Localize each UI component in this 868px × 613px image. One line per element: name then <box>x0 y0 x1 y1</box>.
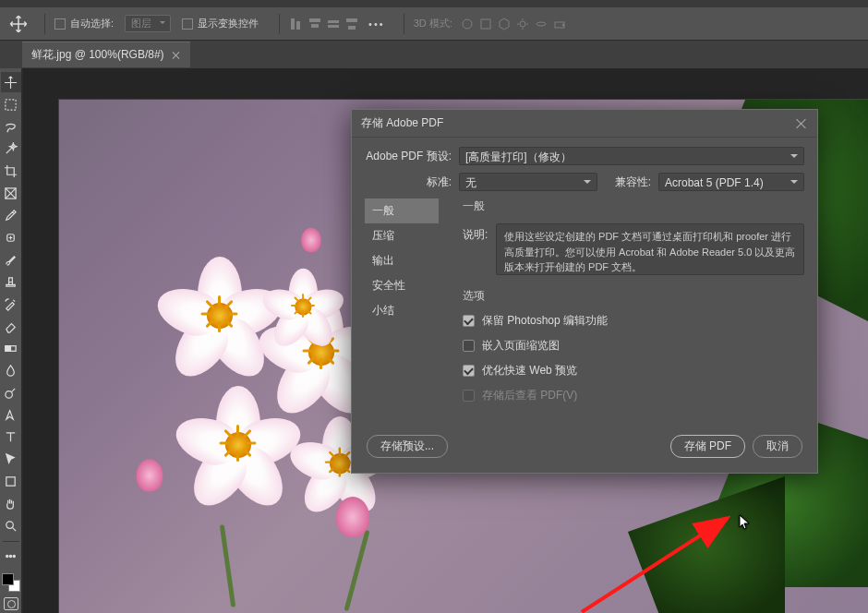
frame-tool[interactable] <box>1 183 21 203</box>
svg-point-20 <box>6 391 13 398</box>
standard-select[interactable]: 无 <box>459 173 597 191</box>
svg-rect-7 <box>348 26 356 30</box>
dialog-title: 存储 Adobe PDF <box>361 115 443 131</box>
mode-3d-label: 3D 模式: <box>414 17 452 30</box>
sidenav-output[interactable]: 输出 <box>365 248 439 273</box>
opt-fast-web-row[interactable]: 优化快速 Web 预览 <box>463 363 804 379</box>
panel-section-title: 一般 <box>463 198 804 214</box>
wand-tool[interactable] <box>1 138 21 159</box>
mode-3d-icons[interactable] <box>460 17 567 31</box>
dodge-tool[interactable] <box>1 382 21 403</box>
checkbox-view-after <box>463 390 475 402</box>
svg-rect-19 <box>6 345 11 351</box>
checkbox-embed-thumb[interactable] <box>463 340 475 352</box>
svg-point-25 <box>13 555 15 557</box>
brush-tool[interactable] <box>1 249 21 270</box>
svg-rect-13 <box>6 99 16 109</box>
opt-preserve-row[interactable]: 保留 Photoshop 编辑功能 <box>463 313 804 329</box>
opt-embed-thumb-row[interactable]: 嵌入页面缩览图 <box>463 338 804 354</box>
compat-label: 兼容性: <box>605 174 658 190</box>
options-group-title: 选项 <box>463 288 804 304</box>
path-select-tool[interactable] <box>1 449 21 469</box>
sidenav-compression[interactable]: 压缩 <box>365 223 439 248</box>
svg-rect-0 <box>291 18 295 30</box>
save-pdf-button[interactable]: 存储 PDF <box>670 435 745 458</box>
description-label: 说明: <box>463 223 496 275</box>
cursor-icon <box>739 514 752 531</box>
document-tab[interactable]: 鲜花.jpg @ 100%(RGB/8#) <box>22 42 190 67</box>
lasso-tool[interactable] <box>1 116 21 137</box>
compat-select[interactable]: Acrobat 5 (PDF 1.4) <box>658 173 804 191</box>
svg-point-22 <box>6 521 14 528</box>
dialog-titlebar[interactable]: 存储 Adobe PDF <box>352 110 817 138</box>
sidenav-security[interactable]: 安全性 <box>365 273 439 298</box>
save-preset-button[interactable]: 存储预设... <box>367 435 448 458</box>
dialog-sidenav: 一般 压缩 输出 安全性 小结 <box>365 198 439 413</box>
align-icons[interactable] <box>289 17 359 31</box>
dialog-footer: 存储预设... 存储 PDF 取消 <box>352 426 817 473</box>
hand-tool[interactable] <box>1 493 21 513</box>
crop-tool[interactable] <box>1 161 21 181</box>
options-bar: 自动选择: 图层 显示变换控件 ••• 3D 模式: <box>0 7 868 41</box>
show-transform-label: 显示变换控件 <box>198 17 259 30</box>
pen-tool[interactable] <box>1 404 21 425</box>
auto-select-label: 自动选择: <box>70 17 114 30</box>
preset-row: Adobe PDF 预设: [高质量打印]（修改） <box>365 147 804 165</box>
stamp-tool[interactable] <box>1 271 21 292</box>
cancel-button[interactable]: 取消 <box>753 435 802 458</box>
color-swatches[interactable] <box>2 573 20 592</box>
svg-rect-5 <box>328 25 339 28</box>
description-textarea[interactable]: 使用这些设定创建的 PDF 文档可通过桌面打印机和 proofer 进行高质量打… <box>496 223 804 275</box>
svg-point-8 <box>463 19 472 29</box>
shape-tool[interactable] <box>1 471 21 491</box>
marquee-tool[interactable] <box>1 94 21 114</box>
preset-select[interactable]: [高质量打印]（修改） <box>459 147 804 165</box>
eraser-tool[interactable] <box>1 316 21 336</box>
history-brush-tool[interactable] <box>1 294 21 314</box>
svg-rect-2 <box>309 18 320 22</box>
document-tab-title: 鲜花.jpg @ 100%(RGB/8#) <box>31 47 164 63</box>
svg-point-10 <box>520 21 525 27</box>
quickmask-icon[interactable] <box>4 597 18 610</box>
move-tool-icon <box>9 15 28 33</box>
standard-label: 标准: <box>365 174 459 190</box>
gradient-tool[interactable] <box>1 338 21 358</box>
standard-compat-row: 标准: 无 兼容性: Acrobat 5 (PDF 1.4) <box>365 173 804 191</box>
svg-rect-9 <box>481 19 490 29</box>
layer-select-dropdown[interactable]: 图层 <box>125 15 171 32</box>
svg-point-24 <box>9 555 11 557</box>
opt-view-after-row: 存储后查看 PDF(V) <box>463 388 804 403</box>
document-tab-bar: 鲜花.jpg @ 100%(RGB/8#) <box>0 41 868 68</box>
move-tool[interactable] <box>1 72 21 92</box>
svg-rect-1 <box>296 21 300 30</box>
blur-tool[interactable] <box>1 360 21 380</box>
opt-embed-thumb-label: 嵌入页面缩览图 <box>482 338 560 354</box>
edit-toolbar-icon[interactable] <box>1 546 21 566</box>
preset-label: Adobe PDF 预设: <box>365 149 459 164</box>
opt-view-after-label: 存储后查看 PDF(V) <box>482 388 577 403</box>
svg-rect-3 <box>311 24 319 28</box>
opt-fast-web-label: 优化快速 Web 预览 <box>482 363 577 379</box>
checkbox-preserve[interactable] <box>463 315 475 327</box>
menu-bar[interactable] <box>0 0 868 7</box>
svg-rect-4 <box>328 20 339 23</box>
type-tool[interactable] <box>1 427 21 447</box>
healing-tool[interactable] <box>1 227 21 247</box>
close-icon[interactable] <box>795 117 808 130</box>
dialog-panel: 一般 说明: 使用这些设定创建的 PDF 文档可通过桌面打印机和 proofer… <box>439 198 804 413</box>
save-pdf-dialog: 存储 Adobe PDF Adobe PDF 预设: [高质量打印]（修改） 标… <box>351 109 818 474</box>
tools-panel <box>0 68 22 613</box>
svg-rect-6 <box>346 18 357 22</box>
auto-select-checkbox[interactable] <box>54 18 66 30</box>
eyedropper-tool[interactable] <box>1 205 21 225</box>
more-options-icon[interactable]: ••• <box>368 18 385 30</box>
close-tab-icon[interactable] <box>172 51 181 60</box>
zoom-tool[interactable] <box>1 515 21 535</box>
show-transform-checkbox[interactable] <box>182 18 193 30</box>
svg-point-23 <box>6 555 8 557</box>
opt-preserve-label: 保留 Photoshop 编辑功能 <box>482 313 608 329</box>
sidenav-summary[interactable]: 小结 <box>365 298 439 323</box>
checkbox-fast-web[interactable] <box>463 365 475 377</box>
svg-rect-21 <box>6 476 15 485</box>
sidenav-general[interactable]: 一般 <box>365 198 439 223</box>
